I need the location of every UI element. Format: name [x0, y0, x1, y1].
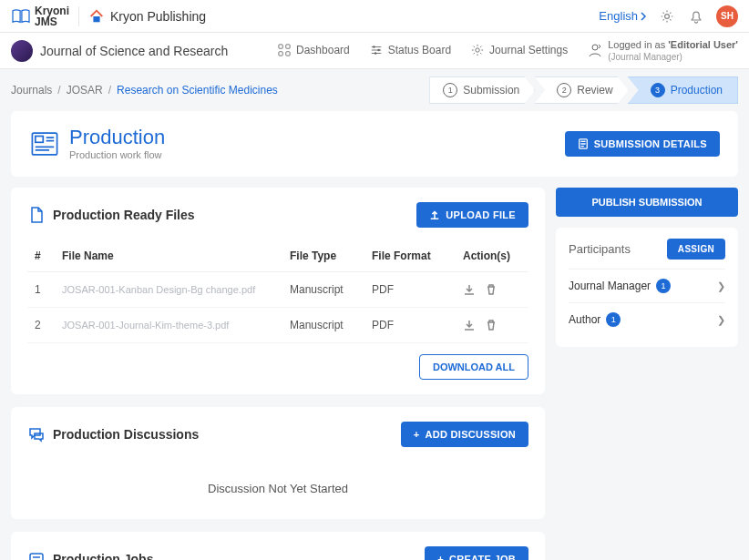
login-info: Logged in as 'Editorial User' (Journal M…: [588, 38, 738, 63]
publish-submission-button[interactable]: Publish Submission: [556, 188, 738, 217]
settings-button[interactable]: [658, 7, 676, 25]
page-title-card: Production Production work flow Submissi…: [11, 111, 738, 177]
step-production[interactable]: 3 Production: [628, 76, 738, 104]
svg-point-6: [373, 46, 375, 49]
jobs-title: Production Jobs: [53, 552, 153, 560]
file-row: 2 JOSAR-001-Journal-Kim-theme-3.pdf Manu…: [27, 308, 528, 343]
download-icon[interactable]: [463, 319, 476, 331]
notes-icon: [578, 138, 589, 149]
files-title: Production Ready Files: [53, 208, 195, 222]
count-badge: 1: [656, 279, 671, 293]
user-avatar[interactable]: SH: [716, 5, 738, 27]
brand-sub: JMS: [35, 16, 69, 27]
step-submission[interactable]: 1 Submission: [429, 76, 535, 104]
files-icon: [27, 206, 46, 224]
discussions-card: Production Discussions + Add Discussion …: [11, 407, 545, 519]
journal-avatar: [11, 40, 33, 62]
journal-name: Journal of Science and Research: [40, 44, 228, 58]
plus-icon: +: [437, 554, 444, 560]
svg-point-10: [592, 45, 598, 50]
app-name: Kryon Publishing: [110, 9, 206, 24]
participants-card: Participants Assign Journal Manager 1 ❯ …: [556, 228, 738, 347]
assign-button[interactable]: Assign: [667, 239, 725, 260]
nav-dashboard[interactable]: Dashboard: [278, 44, 350, 56]
upload-file-button[interactable]: Upload File: [416, 202, 528, 228]
svg-rect-5: [286, 52, 290, 56]
download-icon[interactable]: [463, 283, 476, 296]
gear-icon: [660, 9, 674, 24]
brand-logo[interactable]: Kryoni JMS: [11, 5, 69, 27]
delete-icon[interactable]: [485, 319, 498, 331]
top-header: Kryoni JMS Kryon Publishing English SH: [0, 0, 749, 33]
svg-rect-3: [286, 45, 290, 48]
brand-name: Kryoni: [35, 5, 69, 16]
crumb-0[interactable]: Journals: [11, 84, 52, 97]
book-icon: [11, 8, 31, 25]
svg-rect-4: [279, 52, 282, 56]
sub-header: Journal of Science and Research Dashboar…: [0, 33, 749, 69]
jobs-card: Production Jobs + Create Job: [11, 532, 545, 560]
user-login-icon: [588, 43, 602, 57]
language-selector[interactable]: English: [599, 9, 647, 23]
discussion-icon: [27, 425, 46, 443]
page-subtitle: Production work flow: [69, 149, 165, 160]
gear-icon: [471, 44, 484, 56]
page-title: Production: [69, 127, 165, 148]
crumb-2[interactable]: Research on Scientific Medicines: [117, 84, 278, 97]
download-all-button[interactable]: Download All: [419, 354, 528, 380]
breadcrumb: Journals / JOSAR / Research on Scientifi…: [11, 84, 278, 97]
bell-icon: [689, 9, 703, 24]
file-row: 1 JOSAR-001-Kanban Design-Bg change.pdf …: [27, 272, 528, 308]
add-discussion-button[interactable]: + Add Discussion: [401, 422, 528, 447]
chevron-right-icon: ❯: [717, 280, 725, 292]
crumb-1[interactable]: JOSAR: [67, 84, 103, 97]
participants-title: Participants: [569, 242, 631, 256]
svg-rect-12: [36, 137, 44, 143]
production-icon: [29, 128, 60, 159]
notifications-button[interactable]: [687, 7, 705, 25]
chevron-right-icon: [640, 12, 647, 21]
svg-point-1: [665, 14, 670, 18]
nav-journal-settings[interactable]: Journal Settings: [471, 44, 568, 56]
dashboard-icon: [278, 44, 291, 56]
svg-point-9: [476, 48, 479, 52]
files-table: # File Name File Type File Format Action…: [27, 240, 528, 343]
svg-point-7: [377, 49, 380, 52]
discussions-title: Production Discussions: [53, 427, 199, 442]
plus-icon: +: [414, 429, 420, 440]
submission-details-button[interactable]: Submission Details: [565, 131, 720, 157]
svg-rect-2: [279, 45, 282, 48]
participant-journal-manager[interactable]: Journal Manager 1 ❯: [569, 269, 725, 302]
step-review[interactable]: 2 Review: [534, 76, 628, 104]
participant-author[interactable]: Author 1 ❯: [569, 302, 725, 336]
app-logo[interactable]: Kryon Publishing: [88, 8, 206, 25]
discussions-empty: Discussion Not Yet Started: [27, 460, 528, 504]
breadcrumb-bar: Journals / JOSAR / Research on Scientifi…: [0, 69, 749, 111]
stepper: 1 Submission 2 Review 3 Production: [430, 76, 738, 104]
count-badge: 1: [606, 312, 621, 327]
chevron-right-icon: ❯: [717, 314, 725, 326]
upload-icon: [429, 209, 440, 220]
create-job-button[interactable]: + Create Job: [425, 546, 528, 560]
divider: [78, 6, 79, 26]
jobs-icon: [27, 550, 46, 560]
delete-icon[interactable]: [485, 283, 498, 296]
sliders-icon: [370, 44, 383, 56]
production-files-card: Production Ready Files Upload File # Fil…: [11, 188, 545, 394]
svg-point-8: [374, 53, 377, 56]
house-icon: [88, 8, 105, 25]
nav-status-board[interactable]: Status Board: [370, 44, 451, 56]
svg-rect-0: [93, 16, 99, 22]
